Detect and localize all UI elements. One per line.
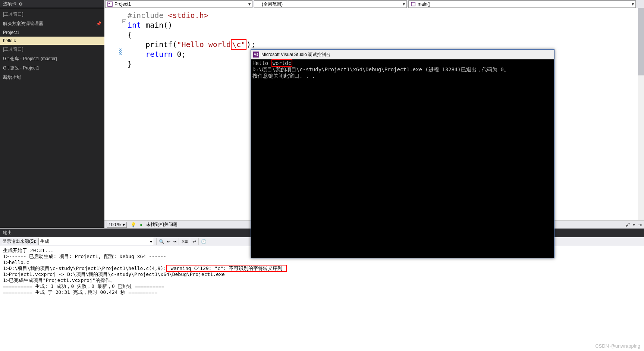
clock-icon[interactable]: 🕐: [201, 239, 207, 244]
chevron-down-icon: ▾: [632, 1, 634, 7]
tab-header[interactable]: 选项卡 ⚙: [0, 0, 104, 8]
output-line: ========== 生成 于 20:31 完成，耗时 00.424 秒 ===…: [3, 289, 157, 295]
project-icon: [107, 1, 113, 7]
scrollbar-thumb[interactable]: [638, 8, 644, 75]
console-title: Microsoft Visual Studio 调试控制台: [261, 52, 330, 58]
vertical-scrollbar[interactable]: [638, 8, 644, 228]
output-line: 1>------ 已启动生成: 项目: Project1, 配置: Debug …: [3, 254, 166, 259]
editor-gutter: [104, 8, 123, 228]
code-main: main(): [141, 21, 172, 29]
scope-dropdown-text: (全局范围): [262, 1, 283, 7]
change-indicator: [119, 49, 122, 55]
bulb-icon[interactable]: 💡: [131, 222, 136, 227]
function-dropdown-text: main(): [418, 1, 430, 7]
code-indent: [128, 50, 145, 59]
code-string-1: "Hello world: [177, 40, 231, 49]
console-body: Hello worldc D:\项目\我的项目\c-study\Project1…: [251, 59, 554, 80]
prev-icon[interactable]: ⇤: [167, 239, 170, 244]
function-icon: [410, 1, 416, 7]
code-include: #include: [128, 11, 168, 20]
svg-rect-2: [411, 2, 415, 6]
sidebar-project[interactable]: Project1: [0, 28, 104, 37]
code-printf-end: );: [246, 40, 255, 49]
svg-rect-1: [109, 3, 110, 4]
collapse-icon[interactable]: −: [122, 19, 126, 23]
console-line: 按任意键关闭此窗口. . .: [252, 73, 315, 79]
indent-icon[interactable]: ⇥: [638, 222, 642, 227]
sidebar-item-new-feature[interactable]: 新增功能: [0, 73, 104, 82]
project-dropdown[interactable]: Project1 ▾: [105, 0, 252, 8]
code-printf-call: printf(: [128, 40, 177, 49]
find-icon[interactable]: 🔍: [159, 239, 164, 244]
console-highlight: worldc: [271, 59, 293, 67]
status-toolbar-icons: 🖌▾ ⇥: [625, 222, 642, 227]
code-kw-return: return: [145, 50, 172, 59]
output-source-label: 显示输出来源(S):: [2, 238, 36, 245]
zoom-value: 100 %: [109, 222, 121, 227]
console-line: D:\项目\我的项目\c-study\Project1\x64\Debug\Pr…: [252, 66, 509, 72]
sidebar-file-active[interactable]: hello.c: [0, 37, 104, 45]
wrap-icon[interactable]: ↩: [192, 239, 196, 244]
output-line: 1>Project1.vcxproj -> D:\项目\我的项目\c-study…: [3, 271, 225, 277]
output-warning: warning C4129: "c": 不可识别的字符转义序列: [168, 265, 285, 271]
project-dropdown-text: Project1: [114, 1, 131, 7]
chevron-down-icon: ▾: [403, 1, 405, 7]
output-source-value: 生成: [40, 238, 49, 245]
output-source-dropdown[interactable]: 生成 ▾: [38, 238, 154, 245]
code-brace-close: }: [128, 59, 132, 68]
sidebar-item-git-changes[interactable]: Git 更改 - Project1: [0, 63, 104, 73]
pin-icon[interactable]: 📌: [96, 21, 101, 26]
warning-highlight: warning C4129: "c": 不可识别的字符转义序列: [166, 265, 287, 272]
chevron-down-icon: ▾: [123, 222, 125, 227]
next-icon[interactable]: ⇥: [173, 239, 176, 244]
sidebar: [工具窗口] 解决方案资源管理器 📌 Project1 hello.c [工具窗…: [0, 8, 104, 228]
code-content[interactable]: #include <stdio.h> int main() { printf("…: [123, 8, 255, 228]
separator: [190, 238, 190, 245]
debug-console-window[interactable]: VS Microsoft Visual Studio 调试控制台 Hello w…: [251, 49, 555, 258]
check-icon: ●: [140, 222, 142, 227]
code-brace-open: {: [128, 30, 132, 39]
console-out-boxed: worldc: [273, 60, 292, 66]
output-line: 1>已完成生成项目"Project1.vcxproj"的操作。: [3, 277, 115, 283]
output-line: 生成开始于 20:31...: [3, 248, 53, 253]
output-line: ========== 生成: 1 成功，0 失败，0 最新，0 已跳过 ====…: [3, 283, 164, 289]
escape-highlight: \c": [231, 39, 246, 50]
scope-dropdown[interactable]: (全局范围) ▾: [254, 0, 407, 8]
output-line: 1>D:\项目\我的项目\c-study\Project1\Project1\h…: [3, 265, 166, 271]
separator: [156, 238, 157, 245]
separator: [198, 238, 199, 245]
code-header: <stdio.h>: [168, 11, 208, 20]
sidebar-section-tools2: [工具窗口]: [0, 45, 104, 54]
vs-icon: VS: [253, 52, 259, 58]
chevron-down-icon: ▾: [150, 239, 152, 244]
code-escape: \c: [232, 40, 241, 49]
chevron-down-icon: ▾: [248, 1, 251, 7]
chevron-down-icon: ▾: [633, 222, 635, 227]
code-string-2: ": [241, 40, 245, 49]
output-line: 1>hello.c: [3, 260, 29, 265]
zoom-dropdown[interactable]: 100 % ▾: [107, 222, 127, 228]
issues-text: 未找到相关问题: [146, 221, 178, 228]
sidebar-item-git-repo[interactable]: Git 仓库 - Project1 (master): [0, 54, 104, 63]
gear-icon[interactable]: ⚙: [19, 1, 23, 7]
tab-label: 选项卡: [3, 1, 16, 7]
clear-icon[interactable]: ✕≡: [181, 239, 188, 244]
top-toolbar: 选项卡 ⚙ Project1 ▾ (全局范围) ▾ main() ▾: [0, 0, 644, 8]
sidebar-item-explorer[interactable]: 解决方案资源管理器 📌: [0, 19, 104, 28]
console-out-pre: Hello: [252, 60, 271, 66]
code-return-val: 0;: [172, 50, 186, 59]
sidebar-section-tools1: [工具窗口]: [0, 10, 104, 19]
explorer-label: 解决方案资源管理器: [3, 21, 43, 27]
watermark: CSDN @unwrapping: [595, 343, 640, 349]
separator: [179, 238, 179, 245]
brush-icon[interactable]: 🖌: [625, 222, 630, 227]
function-dropdown[interactable]: main() ▾: [408, 0, 636, 8]
code-kw-int: int: [128, 21, 141, 29]
console-titlebar[interactable]: VS Microsoft Visual Studio 调试控制台: [251, 50, 554, 59]
